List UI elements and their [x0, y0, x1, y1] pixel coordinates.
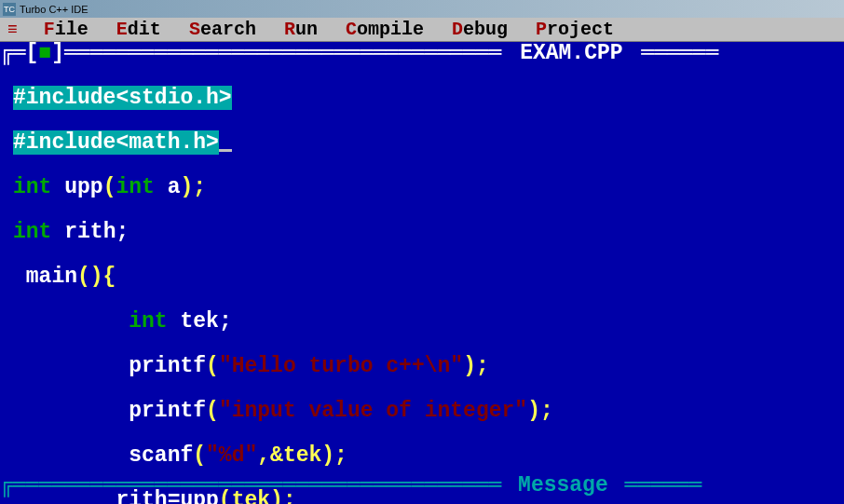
- close-box-icon[interactable]: [: [26, 42, 39, 64]
- menu-edit[interactable]: Edit: [116, 19, 161, 40]
- menu-debug[interactable]: Debug: [452, 19, 508, 40]
- menu-project[interactable]: Project: [536, 19, 614, 40]
- system-menu-icon[interactable]: ≡: [7, 20, 16, 39]
- app-icon: TC: [3, 3, 16, 16]
- code-include-1: #include<stdio.h>: [13, 86, 232, 110]
- text-cursor: [219, 149, 232, 152]
- menu-bar: ≡ File Edit Search Run Compile Debug Pro…: [0, 18, 844, 42]
- modified-indicator-icon: ■: [38, 42, 51, 64]
- code-include-2: #include<math.h>: [13, 130, 219, 155]
- menu-search[interactable]: Search: [189, 19, 256, 40]
- window-title: Turbo C++ IDE: [20, 4, 88, 15]
- window-titlebar[interactable]: TC Turbo C++ IDE: [0, 0, 844, 18]
- editor-frame-top: ╔═[■]══════════════════════════════════ …: [0, 42, 844, 64]
- menu-file[interactable]: File: [44, 19, 88, 40]
- editor-filename: EXAM.CPP: [514, 42, 628, 64]
- menu-run[interactable]: Run: [284, 19, 318, 40]
- menu-compile[interactable]: Compile: [346, 19, 424, 40]
- code-editor[interactable]: #include<stdio.h> #include<math.h> int u…: [0, 64, 844, 504]
- editor-window[interactable]: ╔═[■]══════════════════════════════════ …: [0, 42, 844, 472]
